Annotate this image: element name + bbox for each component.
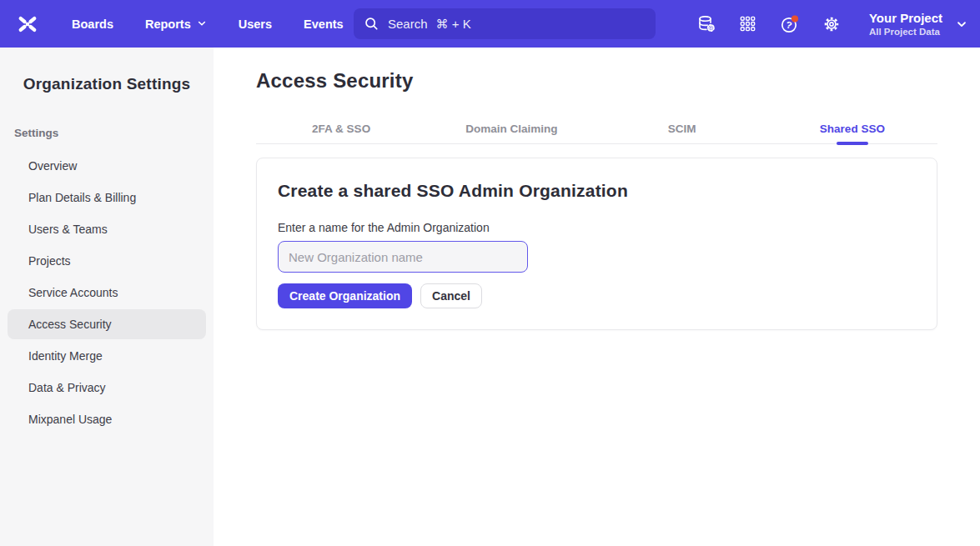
sidebar-item-access-security[interactable]: Access Security — [8, 309, 206, 339]
tab-domain-claiming-label: Domain Claiming — [465, 123, 557, 135]
sidebar-item-service-accounts[interactable]: Service Accounts — [8, 278, 206, 308]
nav-events-label: Events — [304, 18, 344, 31]
create-organization-button[interactable]: Create Organization — [278, 283, 412, 308]
project-switcher[interactable]: Your Project All Project Data — [869, 10, 967, 38]
tab-scim-label: SCIM — [668, 123, 696, 135]
help-icon[interactable]: ? — [779, 13, 801, 35]
topbar-right-cluster: ? Your Project All Project Data — [696, 10, 967, 38]
sidebar-title: Organization Settings — [0, 75, 214, 93]
page-title: Access Security — [256, 69, 937, 93]
tab-shared-sso[interactable]: Shared SSO — [767, 114, 937, 143]
card-actions: Create Organization Cancel — [278, 283, 916, 308]
nav-boards-label: Boards — [72, 18, 113, 31]
nav-events[interactable]: Events — [304, 18, 344, 31]
tab-shared-sso-label: Shared SSO — [820, 123, 885, 135]
sidebar-item-mixpanel-usage[interactable]: Mixpanel Usage — [8, 404, 206, 434]
tab-scim[interactable]: SCIM — [597, 114, 767, 143]
top-nav: Boards Reports Users Events — [72, 18, 344, 31]
main-content: Access Security 2FA & SSO Domain Claimin… — [214, 48, 980, 546]
apps-grid-icon[interactable] — [737, 13, 759, 35]
tab-2fa-sso[interactable]: 2FA & SSO — [256, 114, 426, 143]
sidebar-item-users-teams[interactable]: Users & Teams — [8, 214, 206, 244]
sidebar-item-data-privacy[interactable]: Data & Privacy — [8, 373, 206, 403]
nav-boards[interactable]: Boards — [72, 18, 113, 31]
search-input[interactable]: Search ⌘ + K — [354, 8, 656, 39]
cancel-button[interactable]: Cancel — [420, 283, 482, 308]
search-shortcut: ⌘ + K — [436, 17, 471, 32]
top-navigation-bar: Boards Reports Users Events Search ⌘ + K — [0, 0, 980, 48]
svg-text:?: ? — [785, 19, 792, 30]
sidebar-section-label: Settings — [14, 127, 214, 139]
project-scope: All Project Data — [869, 26, 942, 38]
nav-users-label: Users — [239, 18, 272, 31]
chevron-down-icon — [956, 18, 967, 30]
active-tab-underline — [837, 142, 868, 145]
data-management-icon[interactable] — [696, 13, 717, 35]
chevron-down-icon — [197, 18, 207, 31]
org-name-input[interactable] — [278, 241, 528, 273]
tab-2fa-sso-label: 2FA & SSO — [312, 123, 370, 135]
create-sso-org-card: Create a shared SSO Admin Organization E… — [256, 158, 937, 330]
settings-gear-icon[interactable] — [821, 13, 842, 35]
nav-reports[interactable]: Reports — [145, 18, 207, 31]
nav-reports-label: Reports — [145, 18, 191, 31]
sidebar-item-identity-merge[interactable]: Identity Merge — [8, 341, 206, 371]
sidebar-items: Overview Plan Details & Billing Users & … — [0, 151, 214, 434]
sidebar-item-overview[interactable]: Overview — [8, 151, 206, 181]
tab-bar: 2FA & SSO Domain Claiming SCIM Shared SS… — [256, 114, 937, 144]
project-name: Your Project — [869, 10, 942, 26]
search-placeholder: Search — [388, 17, 428, 31]
tab-domain-claiming[interactable]: Domain Claiming — [426, 114, 596, 143]
card-title: Create a shared SSO Admin Organization — [278, 181, 916, 201]
sidebar-item-projects[interactable]: Projects — [8, 246, 206, 276]
mixpanel-logo[interactable] — [13, 11, 42, 38]
search-icon — [364, 16, 379, 32]
nav-users[interactable]: Users — [239, 18, 272, 31]
settings-sidebar: Organization Settings Settings Overview … — [0, 48, 214, 546]
org-name-label: Enter a name for the Admin Organization — [278, 221, 916, 234]
sidebar-item-plan-details-billing[interactable]: Plan Details & Billing — [8, 183, 206, 213]
notification-badge — [792, 15, 798, 22]
